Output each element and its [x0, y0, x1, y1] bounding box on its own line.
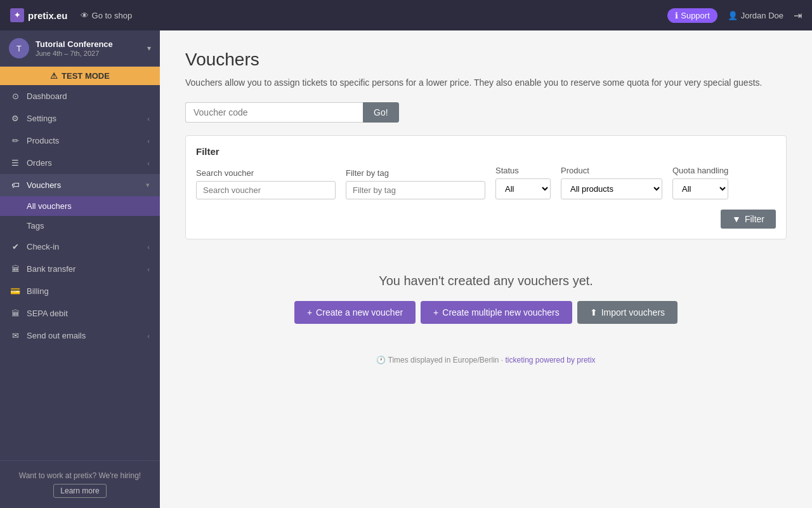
orders-icon: ☰: [10, 158, 20, 168]
plus-icon: +: [307, 307, 312, 318]
sidebar-item-label: Check-in: [27, 242, 59, 251]
filter-by-tag-label: Filter by tag: [346, 168, 485, 178]
create-multiple-vouchers-button[interactable]: + Create multiple new vouchers: [421, 301, 572, 324]
product-group: Product All products: [561, 166, 662, 199]
voucher-lookup-form: Go!: [185, 102, 787, 123]
sepa-icon: 🏛: [10, 309, 20, 318]
settings-icon: ⚙: [10, 114, 20, 123]
sidebar-item-products[interactable]: ✏ Products ‹: [0, 130, 160, 152]
sidebar-item-billing[interactable]: 💳 Billing: [0, 280, 160, 302]
import-vouchers-button[interactable]: ⬆ Import vouchers: [577, 301, 678, 324]
sidebar-item-label: Bank transfer: [27, 264, 75, 274]
main-footer: 🕐 Times displayed in Europe/Berlin · tic…: [185, 356, 787, 364]
sidebar-item-label: Billing: [27, 286, 49, 296]
voucher-code-input[interactable]: [185, 102, 363, 123]
bank-icon: 🏛: [10, 264, 20, 274]
product-select[interactable]: All products: [561, 178, 662, 199]
learn-more-button[interactable]: Learn more: [53, 484, 106, 498]
test-mode-banner: ⚠ TEST MODE: [0, 67, 160, 85]
status-select[interactable]: All Valid Used Expired: [495, 178, 551, 199]
quota-label: Quota handling: [672, 166, 728, 175]
sidebar-item-orders[interactable]: ☰ Orders ‹: [0, 152, 160, 174]
event-selector[interactable]: T Tutorial Conference June 4th – 7th, 20…: [0, 30, 160, 67]
checkin-icon: ✔: [10, 242, 20, 251]
top-navbar: ✦ pretix.eu 👁 Go to shop ℹ Support 👤 Jor…: [0, 0, 812, 30]
go-to-shop-link[interactable]: 👁 Go to shop: [81, 11, 133, 20]
brand-icon: ✦: [10, 8, 24, 22]
event-info: Tutorial Conference June 4th – 7th, 2027: [36, 39, 141, 58]
event-avatar: T: [9, 38, 29, 58]
create-voucher-button[interactable]: + Create a new voucher: [294, 301, 416, 324]
dashboard-icon: ⊙: [10, 91, 20, 101]
main-content: Vouchers Vouchers allow you to assign ti…: [160, 30, 812, 508]
user-link[interactable]: 👤 Jordan Doe: [728, 11, 783, 20]
action-buttons: + Create a new voucher + Create multiple…: [185, 301, 787, 324]
sidebar-item-dashboard[interactable]: ⊙ Dashboard: [0, 85, 160, 107]
email-icon: ✉: [10, 331, 20, 340]
filter-section: Filter Search voucher Filter by tag Stat…: [185, 135, 787, 239]
chevron-right-icon: ‹: [147, 265, 150, 273]
sidebar-item-settings[interactable]: ⚙ Settings ‹: [0, 107, 160, 130]
sidebar-item-checkin[interactable]: ✔ Check-in ‹: [0, 236, 160, 258]
empty-state-text: You haven't created any vouchers yet.: [185, 274, 787, 288]
logout-icon[interactable]: ⇥: [794, 10, 802, 22]
vouchers-icon: 🏷: [10, 180, 20, 190]
sidebar: T Tutorial Conference June 4th – 7th, 20…: [0, 30, 160, 508]
go-button[interactable]: Go!: [363, 102, 399, 123]
chevron-down-icon: ▾: [147, 44, 151, 53]
filter-button[interactable]: ▼ Filter: [721, 210, 776, 229]
filter-by-tag-group: Filter by tag: [346, 168, 485, 199]
footer-pretix-link[interactable]: ticketing powered by pretix: [506, 356, 596, 364]
user-icon: 👤: [728, 11, 738, 20]
sidebar-sub-item-label: All vouchers: [27, 201, 72, 211]
navbar-right: ℹ Support 👤 Jordan Doe ⇥: [667, 8, 802, 23]
sidebar-item-vouchers[interactable]: 🏷 Vouchers ▾: [0, 174, 160, 196]
warning-icon: ⚠: [50, 71, 58, 81]
filter-title: Filter: [196, 146, 776, 157]
sidebar-item-label: Orders: [27, 158, 52, 168]
layout: T Tutorial Conference June 4th – 7th, 20…: [0, 30, 812, 508]
search-voucher-input[interactable]: [196, 181, 336, 199]
chevron-right-icon: ‹: [147, 332, 150, 340]
products-icon: ✏: [10, 136, 20, 145]
sidebar-item-label: Vouchers: [27, 180, 61, 190]
chevron-right-icon: ‹: [147, 137, 150, 145]
page-description: Vouchers allow you to assign tickets to …: [185, 76, 787, 90]
sidebar-footer: Want to work at pretix? We're hiring! Le…: [0, 460, 160, 508]
sidebar-sub-item-label: Tags: [27, 221, 44, 231]
quota-group: Quota handling All: [672, 166, 728, 199]
event-dates: June 4th – 7th, 2027: [36, 50, 141, 57]
chevron-right-icon: ‹: [147, 243, 150, 251]
chevron-right-icon: ‹: [147, 159, 150, 167]
product-label: Product: [561, 166, 662, 175]
sidebar-item-label: Dashboard: [27, 91, 67, 101]
support-button[interactable]: ℹ Support: [667, 8, 717, 23]
filter-icon: ▼: [732, 214, 741, 224]
sidebar-item-tags[interactable]: Tags: [0, 216, 160, 236]
plus-icon: +: [433, 307, 438, 318]
sidebar-item-label: Settings: [27, 114, 56, 123]
status-label: Status: [495, 166, 551, 175]
sidebar-item-label: Send out emails: [27, 331, 86, 340]
clock-icon: 🕐: [376, 356, 386, 364]
sidebar-item-bank-transfer[interactable]: 🏛 Bank transfer ‹: [0, 258, 160, 280]
empty-state: You haven't created any vouchers yet. + …: [185, 255, 787, 337]
filter-by-tag-input[interactable]: [346, 181, 485, 199]
search-voucher-group: Search voucher: [196, 168, 336, 199]
billing-icon: 💳: [10, 286, 20, 296]
brand-name: pretix.eu: [28, 10, 68, 21]
page-title: Vouchers: [185, 50, 787, 70]
sidebar-item-send-emails[interactable]: ✉ Send out emails ‹: [0, 324, 160, 347]
upload-icon: ⬆: [590, 307, 598, 318]
footer-times-text: Times displayed in Europe/Berlin: [388, 356, 499, 364]
chevron-right-icon: ‹: [147, 115, 150, 123]
brand-link[interactable]: ✦ pretix.eu: [10, 8, 68, 22]
sidebar-item-sepa-debit[interactable]: 🏛 SEPA debit: [0, 302, 160, 324]
event-name: Tutorial Conference: [36, 39, 141, 50]
info-icon: ℹ: [675, 11, 678, 20]
filter-row: Search voucher Filter by tag Status All …: [196, 166, 776, 229]
quota-select[interactable]: All: [672, 178, 728, 199]
sidebar-item-all-vouchers[interactable]: All vouchers: [0, 196, 160, 216]
sidebar-item-label: SEPA debit: [27, 309, 68, 318]
status-group: Status All Valid Used Expired: [495, 166, 551, 199]
